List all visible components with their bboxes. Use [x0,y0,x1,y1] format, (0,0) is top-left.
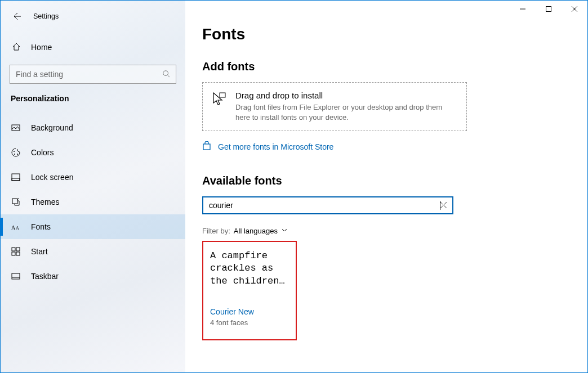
app-root: Settings Home Find a setting Personaliza… [1,1,587,372]
svg-text:A: A [11,224,16,231]
clear-input-button[interactable] [440,201,447,210]
start-icon [11,246,21,257]
sidebar-item-themes[interactable]: Themes [1,190,185,214]
store-link[interactable]: Get more fonts in Microsoft Store [202,141,565,152]
picture-icon [11,123,21,133]
search-placeholder: Find a setting [16,70,63,79]
svg-rect-17 [12,252,15,255]
close-button[interactable] [562,1,587,17]
home-icon [12,42,21,53]
filter-by-label: Filter by: [202,227,230,235]
svg-text:A: A [16,226,19,231]
svg-rect-11 [12,178,20,181]
store-icon [202,141,211,152]
window-title: Settings [33,12,59,20]
svg-rect-15 [12,248,15,251]
svg-point-9 [17,154,18,155]
drop-zone-text: Drag and drop to install Drag font files… [235,91,455,123]
svg-point-4 [163,70,168,75]
sidebar-item-label: Lock screen [31,173,73,182]
maximize-button[interactable] [536,1,562,17]
main-content: Fonts Add fonts Drag and drop to install… [185,1,587,372]
svg-rect-16 [16,248,20,251]
drop-zone-subtitle: Drag font files from File Explorer or yo… [235,102,455,123]
sidebar-item-fonts[interactable]: AA Fonts [1,214,185,239]
store-link-label: Get more fonts in Microsoft Store [218,142,333,151]
font-name: Courier New [210,307,289,316]
font-sample-text: A campfire crackles as the children… [210,250,289,299]
section-title: Personalization [1,94,185,103]
sidebar-item-colors[interactable]: Colors [1,140,185,165]
filter-input-value: courier [209,201,440,210]
svg-rect-1 [546,7,551,12]
svg-point-7 [14,151,15,152]
filter-by-row[interactable]: Filter by: All languages [202,227,565,235]
sidebar-item-lockscreen[interactable]: Lock screen [1,165,185,190]
home-label: Home [31,43,52,52]
available-fonts-heading: Available fonts [202,174,565,187]
back-button[interactable] [12,12,21,21]
page-title: Fonts [202,25,565,43]
font-drop-zone[interactable]: Drag and drop to install Drag font files… [202,82,467,131]
sidebar-item-taskbar[interactable]: Taskbar [1,264,185,289]
filter-by-value: All languages [234,227,278,235]
svg-rect-10 [12,174,20,181]
palette-icon [11,147,21,158]
svg-rect-12 [12,199,17,204]
search-icon [162,70,170,79]
font-filter-input[interactable]: courier [202,196,453,214]
sidebar-item-label: Start [31,247,48,256]
lockscreen-icon [11,172,21,182]
taskbar-icon [11,271,21,281]
add-fonts-heading: Add fonts [202,60,565,73]
themes-icon [11,197,21,207]
minimize-button[interactable] [510,1,536,17]
window-controls [510,1,587,17]
font-card-courier-new[interactable]: A campfire crackles as the children… Cou… [202,241,297,340]
svg-rect-18 [16,252,20,255]
svg-rect-21 [220,93,225,97]
chevron-down-icon [281,227,288,235]
svg-rect-22 [203,144,210,150]
sidebar-item-start[interactable]: Start [1,239,185,264]
sidebar-item-label: Colors [31,148,54,157]
sidebar-item-label: Background [31,123,73,132]
sidebar-item-label: Themes [31,197,60,206]
fonts-icon: AA [11,222,21,232]
home-nav[interactable]: Home [1,35,185,59]
drop-zone-title: Drag and drop to install [235,91,455,100]
svg-line-5 [168,75,170,77]
font-faces-count: 4 font faces [210,318,289,327]
svg-rect-19 [12,273,20,279]
svg-point-8 [14,154,15,155]
sidebar-item-background[interactable]: Background [1,115,185,140]
sidebar-header: Settings [1,5,185,28]
sidebar-item-label: Fonts [31,222,51,231]
sidebar-item-label: Taskbar [31,272,59,281]
search-input[interactable]: Find a setting [10,65,176,84]
drag-cursor-icon [212,92,226,109]
sidebar: Settings Home Find a setting Personaliza… [1,1,185,372]
